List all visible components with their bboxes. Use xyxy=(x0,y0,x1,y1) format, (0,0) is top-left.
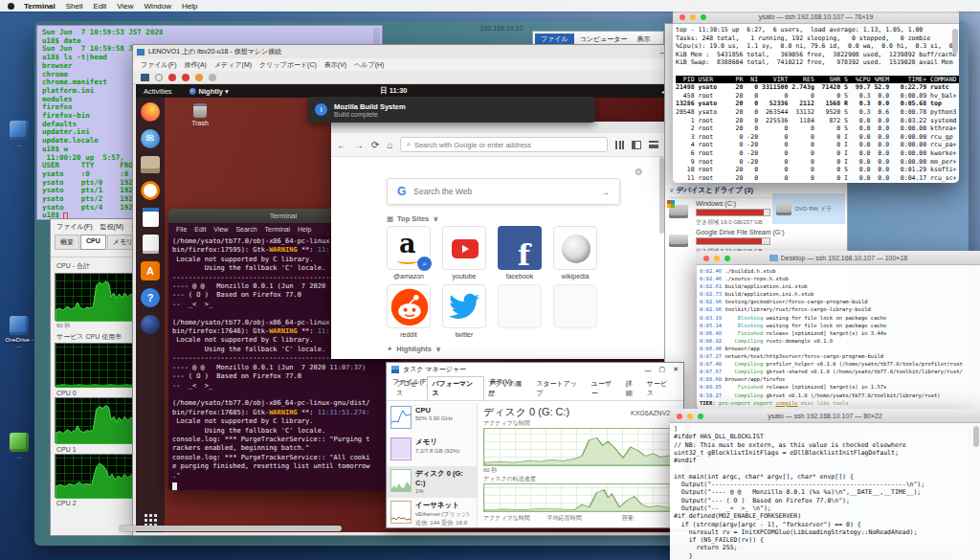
help-dock-icon[interactable]: ? xyxy=(141,288,160,307)
taskman-tab-users[interactable]: ユーザー xyxy=(588,377,622,400)
taskman-tab-processes[interactable]: プロセス xyxy=(392,377,427,400)
resmon-tab-overview[interactable]: 概要 xyxy=(55,235,79,250)
gterm-menu-terminal[interactable]: Terminal xyxy=(265,226,290,233)
vm-menu-help[interactable]: ヘルプ(H) xyxy=(354,60,384,70)
pause-button[interactable] xyxy=(209,74,216,81)
desktop-icon-onedrive[interactable]: OneDrive - … xyxy=(2,316,36,348)
tile-amazon[interactable]: a ⌕ xyxy=(387,226,431,270)
libreoffice-dock-icon[interactable]: A xyxy=(141,261,160,280)
trash-icon[interactable]: Trash xyxy=(186,103,214,126)
forward-icon[interactable]: → xyxy=(354,140,364,150)
drive-c-item[interactable]: Windows (C:) 空き領域 19.0 GB/237 GB xyxy=(669,200,774,227)
ssh-build-output: 0:02.46 ./buildid.h.stub0:02.46 ./source… xyxy=(697,265,980,409)
clock[interactable]: 日 11:30 xyxy=(380,86,407,96)
gterm-menu-file[interactable]: File xyxy=(176,226,187,233)
library-icon[interactable] xyxy=(615,141,624,149)
ssh-code-terminal[interactable]: ysato — ssh 192.168.10.107 — 80×22 ]#ifd… xyxy=(670,409,980,560)
rhythmbox-dock-icon[interactable] xyxy=(141,181,160,200)
maximize-icon[interactable]: ▢ xyxy=(659,366,666,373)
chevron-down-icon[interactable]: ∨ xyxy=(669,186,675,194)
ssh-build-terminal[interactable]: Desktop — ssh 192.168.10.107 — 100×18 0:… xyxy=(697,251,980,410)
gterm-menu-view[interactable]: View xyxy=(213,226,228,233)
turn-off-button[interactable] xyxy=(168,74,176,81)
home-icon[interactable]: ⌂ xyxy=(387,140,392,150)
app-menu[interactable]: Nightly xyxy=(199,87,223,96)
tile-reddit[interactable] xyxy=(387,284,431,328)
notification-toast[interactable]: i Mozilla Build System Build complete xyxy=(308,97,595,123)
vnc-scrollbar[interactable] xyxy=(120,526,342,531)
menu-shell[interactable]: Shell xyxy=(66,2,83,11)
desktop-icon-3[interactable]: … xyxy=(2,433,36,459)
chevron-down-icon: ▾ xyxy=(225,87,229,96)
menu-icon[interactable] xyxy=(649,141,658,148)
sidebar-icon[interactable] xyxy=(632,141,641,149)
writer-dock-icon[interactable] xyxy=(143,208,159,227)
gear-icon[interactable]: ⚙ xyxy=(635,167,643,177)
menu-window[interactable]: Window xyxy=(145,2,171,11)
activities-button[interactable]: Activities xyxy=(144,87,172,96)
save-button[interactable] xyxy=(195,74,203,81)
gterm-menu-edit[interactable]: Edit xyxy=(194,226,206,233)
files-dock-icon[interactable] xyxy=(141,156,160,173)
taskman-sidebar-cpu[interactable]: CPU50% 3.90 GHz xyxy=(387,403,477,435)
taskman-tab-details[interactable]: 詳細 xyxy=(622,377,643,400)
close-icon[interactable]: ✕ xyxy=(673,366,679,373)
ssh-top-terminal[interactable]: ysato — ssh 192.168.10.107 — 76×19 top -… xyxy=(673,10,959,183)
tile-empty[interactable] xyxy=(553,284,597,328)
menu-help[interactable]: Help xyxy=(182,2,197,11)
reload-icon[interactable]: ⟳ xyxy=(371,140,379,150)
hdd-icon xyxy=(669,235,688,247)
taskman-tab-apphistory[interactable]: アプリの履歴 xyxy=(484,377,532,400)
desktop-icon-1[interactable]: … xyxy=(2,121,36,147)
ssh-build-titlebar[interactable]: Desktop — ssh 192.168.10.107 — 100×18 xyxy=(697,251,980,265)
url-bar[interactable]: ⌕ Search with Google or enter address xyxy=(400,137,608,152)
taskman-sidebar-memory[interactable]: メモリ7.2/7.8 GB (92%) xyxy=(387,435,477,466)
resmon-tab-cpu[interactable]: CPU xyxy=(80,235,106,250)
tile-empty[interactable] xyxy=(498,284,542,328)
back-icon[interactable]: ← xyxy=(337,140,346,150)
scrollbar[interactable] xyxy=(973,426,979,447)
document-dock-icon[interactable] xyxy=(143,235,159,254)
taskman-tab-startup[interactable]: スタートアップ xyxy=(532,377,588,400)
firefox-tab-strip[interactable] xyxy=(331,122,664,133)
vm-menu-clipboard[interactable]: クリップボード(C) xyxy=(259,60,317,70)
minimize-icon[interactable]: — xyxy=(645,367,652,373)
vm-menu-file[interactable]: ファイル(F) xyxy=(141,60,177,70)
start-button[interactable] xyxy=(155,74,163,81)
taskman-sidebar-ethernet[interactable]: イーサネットvEthernet (ブリッジ)送信: 144 受信: 16.0 xyxy=(387,498,477,528)
ssh-top-titlebar[interactable]: ysato — ssh 192.168.10.107 — 76×19 xyxy=(673,10,959,24)
tile-wikipedia[interactable] xyxy=(553,226,597,270)
gterm-menu-search[interactable]: Search xyxy=(235,226,256,233)
tile-youtube[interactable] xyxy=(442,226,486,270)
web-search-box[interactable]: G Search the Web → xyxy=(387,178,620,205)
resmon-menu-monitor[interactable]: 監視(M) xyxy=(100,222,124,232)
menu-app-name[interactable]: Terminal xyxy=(24,2,56,11)
apple-icon[interactable] xyxy=(8,3,14,10)
taskman-tab-services[interactable]: サービス xyxy=(643,377,678,400)
tile-facebook[interactable]: f xyxy=(498,226,542,270)
vm-menu-view[interactable]: 表示(V) xyxy=(324,60,346,70)
taskman-sidebar-disk[interactable]: ディスク 0 (G: C:)1% xyxy=(387,466,477,498)
chevron-down-icon[interactable]: ∨ xyxy=(435,345,441,353)
vm-menu-media[interactable]: メディア(M) xyxy=(214,60,252,70)
gterm-menu-help[interactable]: Help xyxy=(298,226,311,233)
tile-twitter[interactable] xyxy=(442,284,486,328)
search-go-arrow[interactable]: → xyxy=(600,187,610,197)
scrollbar[interactable] xyxy=(952,29,958,54)
firefox-dock-icon[interactable] xyxy=(141,102,160,122)
thunderbird-dock-icon[interactable]: ✉ xyxy=(141,129,160,148)
taskman-tab-performance[interactable]: パフォーマンス xyxy=(427,376,484,400)
sphere-dock-icon[interactable] xyxy=(141,315,160,334)
ssh-code-titlebar[interactable]: ysato — ssh 192.168.10.107 — 80×22 xyxy=(670,409,980,423)
dvd-drive-item[interactable]: DVD RW ドラ xyxy=(772,193,845,224)
search-placeholder: Search the Web xyxy=(413,187,600,196)
minimize-icon xyxy=(690,14,696,20)
menu-view[interactable]: View xyxy=(117,2,133,11)
resmon-menu-file[interactable]: ファイル(F) xyxy=(56,222,93,232)
ctrl-alt-del-button[interactable] xyxy=(141,74,149,81)
menu-edit[interactable]: Edit xyxy=(94,2,107,11)
vm-menu-action[interactable]: 操作(A) xyxy=(185,60,207,70)
shutdown-button[interactable] xyxy=(182,74,189,81)
app-grid-icon[interactable] xyxy=(144,513,157,526)
chevron-down-icon[interactable]: ∨ xyxy=(433,214,438,223)
